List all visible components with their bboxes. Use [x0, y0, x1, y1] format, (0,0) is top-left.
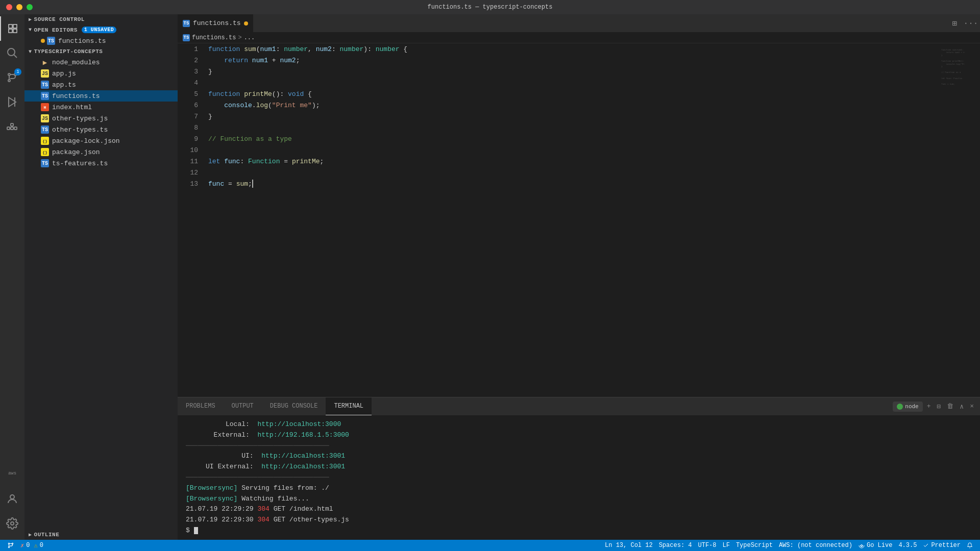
activity-explorer[interactable]	[0, 16, 24, 41]
panel-tabs: PROBLEMS OUTPUT DEBUG CONSOLE TERMINAL n…	[178, 397, 980, 415]
broadcast-icon	[859, 542, 865, 548]
status-right: Ln 13, Col 12 Spaces: 4 UTF-8 LF TypeScr…	[602, 542, 976, 549]
tab-modified-dot	[244, 21, 248, 26]
terminal-trash-button[interactable]: 🗑	[945, 400, 955, 412]
sidebar: ▶ SOURCE CONTROL ▼ OPEN EDITORS 1 UNSAVE…	[24, 14, 178, 540]
terminal-add-button[interactable]: +	[925, 400, 933, 412]
svg-rect-10	[11, 123, 13, 126]
code-line-6: console.log("Print me");	[208, 99, 939, 111]
json-file-icon: {}	[41, 137, 49, 145]
source-control-badge: 1	[14, 68, 21, 76]
status-encoding[interactable]: UTF-8	[695, 542, 719, 549]
breadcrumb-more[interactable]: ...	[244, 34, 255, 41]
file-app-js[interactable]: JS app.js	[24, 68, 178, 79]
json-file-icon-2: {}	[41, 148, 49, 156]
check-icon	[923, 542, 929, 548]
split-editor-button[interactable]: ⊞	[947, 16, 962, 31]
file-other-types-ts[interactable]: TS other-types.ts	[24, 124, 178, 135]
file-app-ts[interactable]: TS app.ts	[24, 79, 178, 90]
minimize-button[interactable]	[16, 4, 22, 10]
open-editor-functions-ts[interactable]: TS functions.ts	[24, 35, 178, 46]
code-line-2: return num1 + num2;	[208, 55, 939, 66]
status-language[interactable]: TypeScript	[733, 542, 776, 549]
terminal-split-button[interactable]: ⊟	[935, 400, 943, 413]
activity-settings[interactable]	[0, 511, 24, 536]
file-other-types-js[interactable]: JS other-types.js	[24, 113, 178, 124]
minimap: function sum(num1: return num1 + n } fun…	[939, 43, 980, 397]
svg-rect-8	[11, 127, 13, 130]
activity-extensions[interactable]	[0, 114, 24, 139]
code-editor[interactable]: 1 2 3 4 5 6 7 8 9 10 11 12 13 function s…	[178, 43, 980, 397]
status-branch[interactable]	[4, 540, 17, 551]
svg-point-15	[8, 546, 9, 547]
status-version[interactable]: 4.3.5	[895, 542, 920, 549]
file-package-json[interactable]: {} package.json	[24, 146, 178, 158]
status-prettier[interactable]: Prettier	[920, 542, 964, 549]
source-control-header[interactable]: ▶ SOURCE CONTROL	[24, 14, 178, 24]
tab-debug-console[interactable]: DEBUG CONSOLE	[262, 397, 326, 415]
svg-line-1	[14, 55, 17, 58]
terminal-node-label[interactable]: node	[893, 402, 922, 412]
tab-output[interactable]: OUTPUT	[224, 397, 262, 415]
svg-point-11	[10, 495, 14, 499]
svg-rect-6	[14, 97, 15, 107]
tab-problems[interactable]: PROBLEMS	[178, 397, 224, 415]
activity-source-control[interactable]: 1	[0, 65, 24, 90]
ts-file-icon-2: TS	[41, 81, 49, 89]
status-aws[interactable]: AWS: (not connected)	[776, 542, 855, 549]
code-line-13: func = sum;	[208, 178, 939, 189]
terminal-maximize-button[interactable]: ∧	[958, 400, 966, 413]
svg-rect-7	[7, 127, 10, 130]
ts-file-icon: TS	[47, 37, 55, 45]
maximize-button[interactable]	[27, 4, 33, 10]
status-line-col[interactable]: Ln 13, Col 12	[602, 542, 656, 549]
panel-area: PROBLEMS OUTPUT DEBUG CONSOLE TERMINAL n…	[178, 397, 980, 540]
file-package-lock-json[interactable]: {} package-lock.json	[24, 135, 178, 146]
ts-file-icon-4: TS	[41, 126, 49, 134]
terminal-cursor	[194, 527, 198, 534]
activity-account[interactable]	[0, 487, 24, 511]
file-ts-features-ts[interactable]: TS ts-features.ts	[24, 158, 178, 169]
js-file-icon-2: JS	[41, 114, 49, 122]
terminal-ui-external: UI External: http://localhost:3001	[186, 462, 972, 472]
window-controls[interactable]	[6, 4, 33, 10]
panel-tab-actions: node + ⊟ 🗑 ∧ ×	[893, 397, 980, 415]
status-notifications[interactable]	[964, 542, 976, 548]
status-eol[interactable]: LF	[720, 542, 733, 549]
project-label: TYPESCRIPT-CONCEPTS	[34, 48, 103, 55]
code-content[interactable]: function sum(num1: number, num2: number)…	[203, 43, 939, 397]
main-area: 1 aws	[0, 14, 980, 540]
open-editors-label: OPEN EDITORS	[34, 27, 78, 33]
terminal-local: Local: http://localhost:3000	[186, 419, 972, 430]
error-icon: ✗	[20, 542, 24, 549]
terminal-prompt: $	[186, 525, 972, 536]
code-line-12	[208, 167, 939, 178]
tab-terminal[interactable]: TERMINAL	[326, 397, 372, 415]
close-button[interactable]	[6, 4, 12, 10]
more-actions-button[interactable]: ···	[964, 16, 978, 31]
breadcrumb-ts-icon: TS	[183, 34, 190, 41]
file-index-html[interactable]: H index.html	[24, 102, 178, 113]
status-errors[interactable]: ✗ 0 ⚠ 0	[17, 540, 46, 551]
terminal-output[interactable]: Local: http://localhost:3000 External: h…	[178, 415, 980, 540]
source-control-label: SOURCE CONTROL	[34, 16, 85, 22]
breadcrumb-file[interactable]: functions.ts	[192, 34, 236, 41]
js-file-icon: JS	[41, 69, 49, 78]
terminal-close-button[interactable]: ×	[968, 400, 976, 412]
editor-area: TS functions.ts ⊞ ··· TS functions.ts > …	[178, 14, 980, 540]
project-header[interactable]: ▼ TYPESCRIPT-CONCEPTS	[24, 46, 178, 57]
open-editors-header[interactable]: ▼ OPEN EDITORS 1 UNSAVED	[24, 24, 178, 35]
activity-run[interactable]	[0, 90, 24, 114]
line-numbers: 1 2 3 4 5 6 7 8 9 10 11 12 13	[178, 43, 203, 397]
activity-aws[interactable]: aws	[0, 462, 24, 487]
modified-dot	[41, 39, 45, 43]
file-node-modules[interactable]: ▶ node_modules	[24, 57, 178, 68]
open-editors-chevron: ▼	[29, 27, 32, 33]
tab-functions-ts[interactable]: TS functions.ts	[178, 14, 254, 32]
status-golive[interactable]: Go Live	[855, 542, 895, 549]
status-spaces[interactable]: Spaces: 4	[656, 542, 695, 549]
open-editors-badge: 1 UNSAVED	[82, 27, 117, 33]
activity-search[interactable]	[0, 41, 24, 65]
outline-header[interactable]: ▶ OUTLINE	[24, 530, 178, 540]
file-functions-ts[interactable]: TS functions.ts	[24, 90, 178, 102]
